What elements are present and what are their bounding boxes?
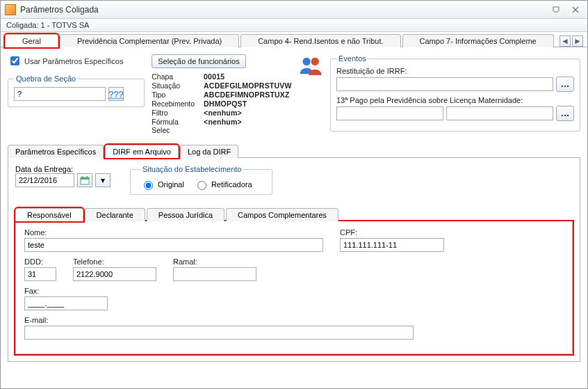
use-specific-params-checkbox[interactable] xyxy=(10,56,19,65)
subtitle: Coligada: 1 - TOTVS SA xyxy=(1,19,587,32)
quebra-secao: Quebra de Seção ??? xyxy=(8,74,145,107)
main-tabs: Geral Previdência Complementar (Prev. Pr… xyxy=(1,32,587,47)
subtab-param-esp[interactable]: Parâmetros Específicos xyxy=(8,145,104,158)
window: Parâmetros Coligada Coligada: 1 - TOTVS … xyxy=(0,0,588,389)
responsavel-form: Nome: CPF: DDD: Telefone: xyxy=(15,221,573,354)
ddd-input[interactable] xyxy=(24,267,56,281)
restituicao-irrf-lookup[interactable]: … xyxy=(556,77,574,92)
inner-tabs: Responsável Declarante Pessoa Jurídica C… xyxy=(15,207,573,221)
svg-point-0 xyxy=(302,58,310,65)
app-icon xyxy=(5,4,16,15)
email-input[interactable] xyxy=(24,326,414,340)
tab-prev[interactable]: Previdência Complementar (Prev. Privada) xyxy=(60,34,239,47)
info-grid: Chapa00015 SituaçãoACDEFGILMOPRSTUVW Tip… xyxy=(152,72,291,134)
tab-scroll-right[interactable]: ► xyxy=(572,35,583,47)
situacao-estab: Situação do Estabelecimento Original Ret… xyxy=(130,165,272,195)
fax-input[interactable] xyxy=(24,296,108,310)
ramal-input[interactable] xyxy=(173,267,256,281)
radio-retificadora[interactable]: Retificadora xyxy=(194,179,252,190)
licmat-lookup[interactable]: … xyxy=(556,106,574,121)
close-icon[interactable] xyxy=(568,3,583,16)
svg-rect-5 xyxy=(87,176,88,178)
svg-point-1 xyxy=(311,58,318,65)
window-title: Parâmetros Coligada xyxy=(20,5,99,15)
tab-scroll-left[interactable]: ◄ xyxy=(560,35,571,47)
cpf-input[interactable] xyxy=(340,238,444,252)
itab-compl[interactable]: Campos Complementares xyxy=(226,208,338,221)
data-entrega-label: Data da Entrega: xyxy=(15,165,111,173)
radio-original[interactable]: Original xyxy=(140,179,184,190)
licmat-input-2[interactable] xyxy=(446,106,553,120)
subtab-log[interactable]: Log da DIRF xyxy=(180,145,238,158)
itab-decl[interactable]: Declarante xyxy=(85,208,145,221)
licmat-input-1[interactable] xyxy=(336,106,443,120)
tab-geral[interactable]: Geral xyxy=(5,34,58,47)
use-specific-params[interactable]: Usar Parâmetros Específicos xyxy=(8,54,145,68)
tab-campo4[interactable]: Campo 4- Rend.Isentos e não Tribut. xyxy=(240,34,400,47)
sub-tabs: Parâmetros Específicos DIRF em Arquivo L… xyxy=(8,144,580,158)
dirf-arquivo-panel: Data da Entrega: ▾ Situação do Estabelec… xyxy=(8,158,580,362)
telefone-input[interactable] xyxy=(73,267,156,281)
tab-campo7[interactable]: Campo 7- Informações Compleme xyxy=(402,34,554,47)
itab-resp[interactable]: Responsável xyxy=(15,208,83,221)
calendar-icon[interactable] xyxy=(77,173,92,187)
quebra-input[interactable] xyxy=(14,87,106,101)
svg-rect-4 xyxy=(82,176,83,178)
eventos-group: Eventos Restituição de IRRF: … 13ª Pago … xyxy=(330,54,580,132)
restituicao-irrf-input[interactable] xyxy=(336,77,553,91)
date-dropdown-icon[interactable]: ▾ xyxy=(95,173,111,187)
nome-input[interactable] xyxy=(24,238,323,252)
subtab-dirf-arq[interactable]: DIRF em Arquivo xyxy=(105,145,179,158)
data-entrega-input[interactable] xyxy=(15,173,74,187)
selecao-funcionarios-button[interactable]: Seleção de funcionários xyxy=(152,54,245,68)
content: Usar Parâmetros Específicos Quebra de Se… xyxy=(1,47,587,388)
minimize-icon[interactable] xyxy=(548,3,564,16)
people-icon xyxy=(297,54,323,78)
svg-rect-3 xyxy=(81,177,89,180)
itab-pj[interactable]: Pessoa Jurídica xyxy=(147,208,224,221)
titlebar: Parâmetros Coligada xyxy=(1,1,587,19)
quebra-lookup-icon[interactable]: ??? xyxy=(108,87,124,101)
